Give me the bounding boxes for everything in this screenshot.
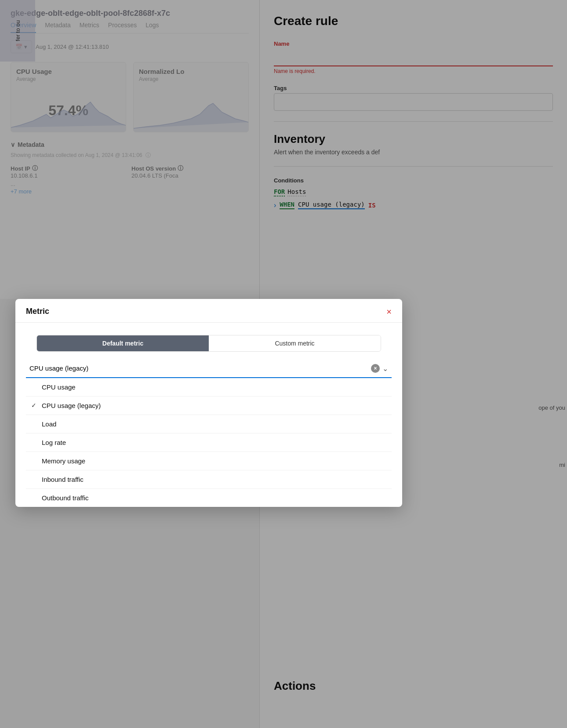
tab-custom-metric[interactable]: Custom metric xyxy=(209,335,381,351)
modal-body: × ⌄ CPU usage CPU usage (legacy) Load Lo… xyxy=(15,352,402,507)
tab-default-metric[interactable]: Default metric xyxy=(37,335,209,351)
metric-option-memory-usage[interactable]: Memory usage xyxy=(26,452,392,470)
metric-option-load[interactable]: Load xyxy=(26,415,392,433)
modal-tabs-wrapper: Default metric Custom metric xyxy=(15,323,402,352)
modal-header: Metric × xyxy=(15,299,402,323)
metric-select-input[interactable] xyxy=(26,359,392,378)
dropdown-chevron-icon[interactable]: ⌄ xyxy=(382,364,388,373)
modal-title: Metric xyxy=(26,307,49,316)
modal-close-button[interactable]: × xyxy=(386,307,392,316)
metric-option-cpu-usage[interactable]: CPU usage xyxy=(26,378,392,396)
modal-tabs: Default metric Custom metric xyxy=(36,335,381,352)
metric-dropdown-list: CPU usage CPU usage (legacy) Load Log ra… xyxy=(26,378,392,507)
metric-option-outbound-traffic[interactable]: Outbound traffic xyxy=(26,489,392,507)
metric-select-wrapper: × ⌄ xyxy=(26,359,392,378)
metric-option-cpu-usage-legacy[interactable]: CPU usage (legacy) xyxy=(26,397,392,415)
metric-option-inbound-traffic[interactable]: Inbound traffic xyxy=(26,470,392,488)
metric-modal: Metric × Default metric Custom metric × … xyxy=(15,299,402,507)
metric-option-log-rate[interactable]: Log rate xyxy=(26,433,392,451)
clear-metric-icon[interactable]: × xyxy=(371,364,380,373)
metric-select-icons: × ⌄ xyxy=(371,364,388,373)
